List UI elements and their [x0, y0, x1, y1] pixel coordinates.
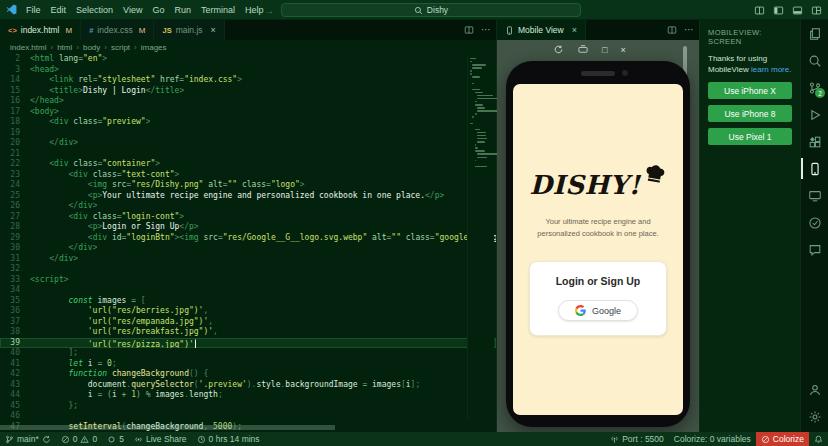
more-actions-icon[interactable]: ⋯: [481, 25, 491, 35]
horizontal-scrollbar[interactable]: [0, 425, 335, 430]
device-button-use-pixel-1[interactable]: Use Pixel 1: [708, 128, 792, 145]
close-icon[interactable]: ×: [572, 25, 577, 35]
modified-indicator[interactable]: M: [66, 26, 73, 35]
live-share-item[interactable]: Live Share: [129, 432, 192, 446]
code-line[interactable]: 46: [0, 411, 496, 422]
menu-item-terminal[interactable]: Terminal: [196, 5, 240, 15]
modified-indicator[interactable]: M: [139, 26, 146, 35]
breadcrumb-item[interactable]: index.html: [10, 43, 46, 52]
problems-item[interactable]: 0 0: [56, 432, 102, 446]
code-line[interactable]: 31 </div>: [0, 254, 496, 265]
menu-item-file[interactable]: File: [21, 5, 46, 15]
code-line[interactable]: 3<head>: [0, 65, 496, 76]
code-token: >: [54, 107, 59, 116]
account-button[interactable]: [801, 376, 828, 403]
tab-index-css[interactable]: # index.css M: [81, 20, 154, 40]
git-branch-item[interactable]: main*: [0, 432, 56, 446]
refresh-icon[interactable]: [553, 44, 564, 55]
code-line[interactable]: 18 <div class="preview">: [0, 117, 496, 128]
code-line[interactable]: 43 document.querySelector('.preview').st…: [0, 380, 496, 391]
code-line[interactable]: 30 </div>: [0, 243, 496, 254]
notifications-bell[interactable]: [809, 432, 828, 446]
code-line[interactable]: 35 const images = [: [0, 296, 496, 307]
menu-item-edit[interactable]: Edit: [46, 5, 72, 15]
sidebar-item-search[interactable]: [801, 47, 828, 74]
rotate-device-icon[interactable]: [577, 44, 589, 55]
code-line[interactable]: 41 let i = 0;: [0, 359, 496, 370]
customize-layout-icon[interactable]: [811, 5, 822, 16]
sidebar-item-comments[interactable]: [801, 236, 828, 263]
menu-item-run[interactable]: Run: [169, 5, 196, 15]
sidebar-item-remote-explorer[interactable]: [801, 182, 828, 209]
status-count-item[interactable]: 5: [102, 432, 129, 446]
code-line[interactable]: 14 <link rel="stylesheet" href="index.cs…: [0, 75, 496, 86]
split-editor-icon[interactable]: [754, 5, 765, 16]
code-line[interactable]: 44 i = (i + 1) % images.length;: [0, 390, 496, 401]
close-icon[interactable]: ×: [211, 25, 216, 35]
code-line[interactable]: 33<script>: [0, 275, 496, 286]
code-line[interactable]: 2<html lang="en">: [0, 54, 496, 65]
code-line[interactable]: 36 'url("res/berries.jpg")',: [0, 306, 496, 317]
tab-main-js[interactable]: JS main.js ×: [154, 20, 224, 40]
code-line[interactable]: 19: [0, 128, 496, 139]
live-server-port-item[interactable]: Port : 5500: [605, 432, 669, 446]
breadcrumb-item[interactable]: images: [141, 43, 167, 52]
forward-button[interactable]: →: [264, 5, 274, 16]
line-content: <title>Dishy | Login</title>: [30, 86, 184, 97]
code-line[interactable]: 23 <div class="text-cont">: [0, 170, 496, 181]
code-line[interactable]: 34: [0, 285, 496, 296]
colorize-variables-item[interactable]: Colorize: 0 variables: [669, 432, 756, 446]
code-line[interactable]: 37 'url("res/empanada.jpg")',: [0, 317, 496, 328]
breadcrumb-item[interactable]: html: [57, 43, 72, 52]
menu-item-go[interactable]: Go: [147, 5, 169, 15]
sidebar-item-explorer[interactable]: [801, 20, 828, 47]
code-line[interactable]: 21: [0, 149, 496, 160]
code-line[interactable]: 25 <p>Your ultimate recipe engine and pe…: [0, 191, 496, 202]
sidebar-item-run-debug[interactable]: [801, 101, 828, 128]
code-line[interactable]: 28 <p>Login or Sign Up</p>: [0, 222, 496, 233]
sidebar-item-extensions[interactable]: [801, 128, 828, 155]
sidebar-item-source-control[interactable]: 2: [801, 74, 828, 101]
tab-mobile-view[interactable]: Mobile View ×: [497, 20, 586, 40]
back-button[interactable]: ←: [247, 5, 257, 16]
code-line[interactable]: 15 <title>Dishy | Login</title>: [0, 86, 496, 97]
settings-button[interactable]: [801, 403, 828, 430]
sidebar-item-mobile-view[interactable]: [801, 155, 828, 182]
toggle-sidebar-icon[interactable]: [773, 5, 784, 16]
colorize-error-item[interactable]: Colorize: [756, 432, 809, 446]
code-line[interactable]: 22 <div class="container">: [0, 159, 496, 170]
split-editor-icon[interactable]: [667, 25, 677, 35]
device-button-use-iphone-8[interactable]: Use iPhone 8: [708, 105, 792, 122]
code-line[interactable]: 39 'url("res/pizza.jpg")': [0, 338, 496, 349]
tab-index-html[interactable]: <> index.html M: [0, 20, 81, 40]
code-line[interactable]: 17<body>: [0, 107, 496, 118]
fit-screen-icon[interactable]: □: [602, 45, 607, 55]
breadcrumb-item[interactable]: script: [111, 43, 130, 52]
breadcrumb-item[interactable]: body: [83, 43, 100, 52]
minimap[interactable]: [467, 56, 494, 420]
code-line[interactable]: 45 };: [0, 401, 496, 412]
code-line[interactable]: 24 <img src="res/Dishy.png" alt="" class…: [0, 180, 496, 191]
close-preview-icon[interactable]: ×: [620, 45, 625, 55]
time-tracker-item[interactable]: 0 hrs 14 mins: [192, 432, 265, 446]
google-signin-button[interactable]: Google: [558, 300, 638, 321]
device-button-use-iphone-x[interactable]: Use iPhone X: [708, 82, 792, 99]
menu-item-selection[interactable]: Selection: [71, 5, 118, 15]
code-line[interactable]: 29 <div id="loginBtn"><img src="res/Goog…: [0, 233, 496, 244]
more-actions-icon[interactable]: ⋯: [684, 25, 694, 35]
code-editor[interactable]: 2<html lang="en">3<head>14 <link rel="st…: [0, 54, 496, 432]
code-line[interactable]: 16</head>: [0, 96, 496, 107]
command-center-search[interactable]: Dishy: [281, 3, 581, 17]
code-line[interactable]: 20 </div>: [0, 138, 496, 149]
code-line[interactable]: 27 <div class="login-cont">: [0, 212, 496, 223]
code-line[interactable]: 40 ];: [0, 348, 496, 359]
split-editor-icon[interactable]: [464, 25, 474, 35]
code-line[interactable]: 32: [0, 264, 496, 275]
menu-item-view[interactable]: View: [118, 5, 147, 15]
toggle-panel-icon[interactable]: [792, 5, 803, 16]
code-line[interactable]: 26 </div>: [0, 201, 496, 212]
sidebar-item-testing[interactable]: [801, 209, 828, 236]
learn-more-link[interactable]: learn more.: [751, 65, 791, 74]
code-line[interactable]: 38 'url("res/breakfast.jpg")',: [0, 327, 496, 338]
code-line[interactable]: 42 function changeBackground() {: [0, 369, 496, 380]
